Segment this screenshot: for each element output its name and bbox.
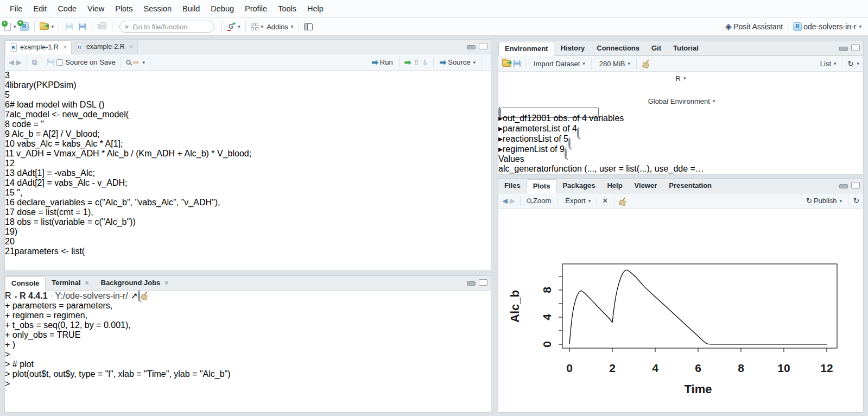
- maximize-pane-button[interactable]: [851, 45, 860, 51]
- menu-session[interactable]: Session: [138, 0, 177, 17]
- clear-objects-icon[interactable]: [642, 59, 650, 68]
- code-line-16[interactable]: 16 declare_variables = c("Alc_b", "vabs_…: [5, 198, 491, 207]
- save-button[interactable]: [63, 20, 75, 33]
- minimize-pane-button[interactable]: [467, 281, 476, 286]
- save-workspace-icon[interactable]: [514, 60, 521, 67]
- refresh-icon[interactable]: ↻: [848, 60, 854, 68]
- source-on-save-checkbox[interactable]: [56, 59, 63, 66]
- tab-history[interactable]: History: [554, 41, 591, 55]
- tab-connections[interactable]: Connections: [591, 41, 645, 55]
- menu-view[interactable]: View: [82, 0, 110, 17]
- code-line-9[interactable]: 9 Alc_b = A[2] / V_blood;: [5, 129, 491, 139]
- tab-files[interactable]: Files: [498, 179, 527, 193]
- inspect-object-icon[interactable]: [577, 127, 579, 138]
- memory-usage-dropdown[interactable]: 280 MiB▾: [597, 57, 631, 70]
- tab-help[interactable]: Help: [601, 179, 628, 193]
- expand-object-icon[interactable]: ▸: [498, 144, 503, 154]
- expand-object-icon[interactable]: ▸: [498, 124, 503, 133]
- menu-edit[interactable]: Edit: [28, 0, 52, 17]
- goto-file-input[interactable]: [132, 23, 198, 31]
- environment-row-regimen[interactable]: ▸regimenList of 9: [498, 144, 863, 154]
- code-line-7[interactable]: 7alc_model <- new_ode_model(: [5, 110, 491, 119]
- source-button[interactable]: ➡Source▾: [439, 56, 477, 69]
- posit-assistant-button[interactable]: ◈Posit Assistant: [724, 20, 784, 33]
- code-line-15[interactable]: 15 ",: [5, 188, 491, 198]
- code-line-13[interactable]: 13 dAdt[1] = -vabs_Alc;: [5, 168, 491, 178]
- goto-file-search[interactable]: ➤: [119, 21, 214, 33]
- code-line-3[interactable]: 3: [5, 71, 491, 80]
- code-line-6[interactable]: 6# load model with DSL (): [5, 100, 491, 110]
- back-icon[interactable]: ◀: [9, 58, 14, 66]
- import-dataset-dropdown[interactable]: Import Dataset▾: [531, 57, 586, 70]
- tab-viewer[interactable]: Viewer: [629, 179, 663, 193]
- menu-tools[interactable]: Tools: [273, 0, 302, 17]
- code-line-5[interactable]: 5: [5, 90, 491, 100]
- maximize-pane-button[interactable]: [479, 43, 487, 49]
- menu-build[interactable]: Build: [177, 0, 205, 17]
- show-panel-button[interactable]: [302, 20, 314, 33]
- tab-presentation[interactable]: Presentation: [663, 179, 718, 193]
- print-button[interactable]: [96, 20, 108, 33]
- console-search-icon[interactable]: [138, 290, 140, 301]
- find-replace-icon[interactable]: [126, 60, 131, 65]
- close-tab-icon[interactable]: ×: [164, 276, 168, 290]
- menu-profile[interactable]: Profile: [239, 0, 273, 17]
- code-line-11[interactable]: 11 v_ADH = Vmax_ADH * Alc_b / (Km_ADH + …: [5, 149, 491, 159]
- tab-plots[interactable]: Plots: [527, 179, 557, 193]
- minimize-pane-button[interactable]: [467, 45, 476, 49]
- code-tools-wand-icon[interactable]: ✎: [131, 57, 142, 68]
- environment-row-out-df[interactable]: ▸out_df12001 obs. of 4 variables: [498, 113, 863, 123]
- menu-help[interactable]: Help: [302, 0, 329, 17]
- editor-vertical-scrollbar[interactable]: [5, 256, 491, 271]
- menu-code[interactable]: Code: [52, 0, 82, 17]
- tab-git[interactable]: Git: [645, 41, 667, 55]
- project-dropdown[interactable]: Rode-solvers-in-r▾: [792, 20, 863, 33]
- code-line-18[interactable]: 18 obs = list(variable = c("Alc_b")): [5, 217, 491, 227]
- environment-row-parameters[interactable]: ▸parametersList of 4: [498, 123, 863, 134]
- environment-row-reactions[interactable]: ▸reactionsList of 5: [498, 134, 863, 144]
- menu-debug[interactable]: Debug: [205, 0, 239, 17]
- tab-packages[interactable]: Packages: [556, 179, 601, 193]
- save-file-icon[interactable]: [47, 59, 54, 66]
- environment-row-alc-model[interactable]: alc_modelfunction (A, design, par, iov_b…: [498, 174, 863, 175]
- environment-scope-dropdown[interactable]: Global Environment▾: [498, 94, 863, 108]
- workspace-panes-button[interactable]: ▾: [250, 20, 265, 33]
- new-project-button[interactable]: R+: [18, 20, 30, 33]
- next-plot-icon[interactable]: ▶: [510, 197, 515, 205]
- code-line-20[interactable]: 20: [5, 237, 491, 247]
- chevron-down-icon[interactable]: ▾: [15, 294, 17, 300]
- addins-dropdown[interactable]: Addins▾: [265, 20, 294, 33]
- tab-tutorial[interactable]: Tutorial: [667, 41, 705, 55]
- save-all-button[interactable]: [76, 20, 88, 33]
- language-dropdown[interactable]: R▾: [498, 72, 863, 85]
- new-file-button[interactable]: +▾: [3, 20, 17, 33]
- minimize-pane-button[interactable]: [839, 47, 848, 51]
- code-line-4[interactable]: 4library(PKPDsim): [5, 80, 491, 90]
- editor-tab-example-1-r[interactable]: Rexample-1.R×: [5, 40, 72, 54]
- expand-object-icon[interactable]: ▸: [498, 134, 503, 143]
- code-line-14[interactable]: 14 dAdt[2] = vabs_Alc - v_ADH;: [5, 178, 491, 188]
- load-workspace-icon[interactable]: ➔: [502, 60, 511, 67]
- menu-plots[interactable]: Plots: [110, 0, 138, 17]
- minimize-pane-button[interactable]: [839, 184, 848, 188]
- previous-plot-icon[interactable]: ◀: [502, 197, 508, 205]
- console-vertical-scrollbar[interactable]: [5, 389, 491, 413]
- export-plot-dropdown[interactable]: Export▾: [562, 194, 592, 207]
- inspect-object-icon[interactable]: [568, 137, 571, 149]
- open-file-button[interactable]: ➔▾: [39, 20, 55, 33]
- console-output[interactable]: + parameters = parameters,+ regimen = re…: [5, 301, 491, 413]
- open-directory-icon[interactable]: ↗: [130, 291, 137, 300]
- environment-row-alc-generator[interactable]: alc_generatorfunction (..., user = list(…: [498, 164, 863, 174]
- tab-terminal[interactable]: Terminal×: [46, 276, 94, 290]
- console-input-line[interactable]: >: [5, 379, 491, 389]
- rerun-icon[interactable]: ➡: [404, 58, 411, 67]
- refresh-plot-icon[interactable]: ↻: [853, 197, 859, 205]
- remove-plot-icon[interactable]: ✕: [602, 197, 608, 205]
- maximize-pane-button[interactable]: [851, 182, 860, 188]
- go-previous-chunk-icon[interactable]: ⇧: [413, 58, 420, 67]
- list-view-dropdown[interactable]: List▾: [818, 57, 838, 70]
- close-tab-icon[interactable]: ×: [85, 276, 89, 290]
- tab-environment[interactable]: Environment: [498, 42, 554, 56]
- code-line-21[interactable]: 21parameters <- list(: [5, 247, 491, 256]
- popout-editor-icon[interactable]: ⧉: [32, 58, 37, 67]
